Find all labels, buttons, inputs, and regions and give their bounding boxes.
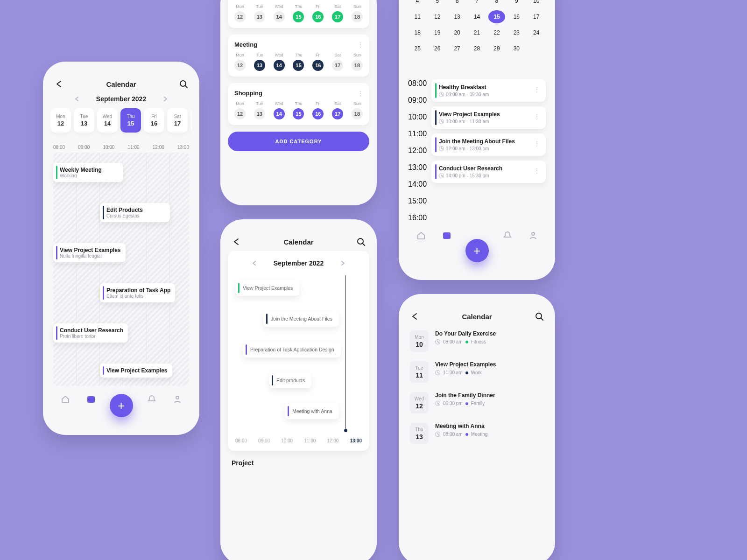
day-card[interactable]: Thu15 (120, 108, 141, 133)
month-cell[interactable]: 6 (449, 0, 465, 7)
category-day[interactable]: Fri16 (312, 4, 324, 22)
category-day[interactable]: Sun18 (352, 101, 363, 119)
timeline-event[interactable]: Conduct User ResearchProin libero tortor (53, 323, 128, 343)
next-month-icon[interactable] (339, 260, 346, 266)
month-cell[interactable]: 13 (449, 10, 465, 23)
category-day[interactable]: Wed14 (274, 101, 285, 119)
month-cell[interactable]: 18 (409, 26, 426, 39)
day-card[interactable]: Sat17 (167, 108, 188, 133)
timeline-event[interactable]: Weekly MeetingWorking (53, 163, 123, 182)
month-cell[interactable]: 24 (528, 26, 545, 39)
day-card[interactable]: Wed14 (97, 108, 118, 133)
month-cell[interactable]: 4 (409, 0, 426, 7)
day-card[interactable]: Mon12 (50, 108, 71, 133)
category-day[interactable]: Wed14 (274, 4, 285, 22)
agenda-item[interactable]: Mon10 Do Your Daily Exercise08:00 amFitn… (410, 330, 544, 352)
category-day[interactable]: Tue13 (254, 53, 265, 71)
task-card[interactable]: ⋮Healthy Breakfast08:00 am - 09:30 am (431, 79, 546, 102)
category-card[interactable]: Shopping⋮Mon12Tue13Wed14Thu15Fri16Sat17S… (228, 83, 369, 125)
month-cell[interactable]: 21 (468, 26, 485, 39)
month-cell[interactable]: 27 (449, 42, 465, 55)
month-cell[interactable]: 29 (488, 42, 505, 55)
category-day[interactable]: Thu15 (293, 53, 304, 71)
category-day[interactable]: Sun18 (352, 4, 363, 22)
timeline-event[interactable]: View Project Examples (100, 364, 172, 378)
category-day[interactable]: Wed14 (274, 53, 285, 71)
category-day[interactable]: Thu15 (293, 4, 304, 22)
day-card[interactable]: Fri16 (144, 108, 164, 133)
category-day[interactable]: Sat17 (332, 53, 343, 71)
category-day[interactable]: Fri16 (312, 101, 324, 119)
category-day[interactable]: Mon12 (234, 4, 246, 22)
gantt-event[interactable]: View Project Examples (235, 280, 299, 296)
nav-calendar[interactable] (442, 231, 451, 242)
search-icon[interactable] (535, 312, 544, 321)
next-month-icon[interactable] (162, 96, 169, 102)
month-cell[interactable]: 25 (409, 42, 426, 55)
nav-home[interactable] (61, 394, 70, 406)
category-day[interactable]: Thu15 (293, 101, 304, 119)
agenda-item[interactable]: Tue11 View Project Examples11:30 amWork (410, 361, 544, 383)
nav-profile[interactable] (173, 394, 182, 406)
add-fab[interactable]: + (110, 394, 133, 417)
more-icon[interactable]: ⋮ (357, 41, 364, 49)
nav-profile[interactable] (529, 231, 538, 242)
month-cell[interactable]: 17 (528, 10, 545, 23)
task-card[interactable]: ⋮View Project Examples10:00 am - 11:30 a… (431, 106, 546, 129)
month-cell[interactable]: 10 (528, 0, 545, 7)
month-cell[interactable]: 7 (468, 0, 485, 7)
month-cell[interactable]: 23 (508, 26, 525, 39)
month-cell[interactable]: 19 (429, 26, 445, 39)
category-card[interactable]: Family⋮Mon12Tue13Wed14Thu15Fri16Sat17Sun… (228, 0, 369, 28)
gantt-event[interactable]: Preparation of Task Application Design (243, 342, 341, 357)
more-icon[interactable]: ⋮ (534, 86, 540, 93)
gantt-event[interactable]: Join the Meeting About Files (263, 311, 339, 327)
timeline-event[interactable]: View Project ExamplesNulla fringilla feu… (53, 243, 126, 262)
gantt-event[interactable]: Edit products (269, 372, 311, 388)
back-icon[interactable] (410, 312, 419, 321)
category-day[interactable]: Tue13 (254, 4, 265, 22)
agenda-item[interactable]: Wed12 Join the Family Dinner06:30 pmFami… (410, 392, 544, 413)
gantt-event[interactable]: Meeting with Anna (285, 403, 339, 419)
nav-notifications[interactable] (147, 394, 156, 406)
more-icon[interactable]: ⋮ (534, 113, 540, 120)
month-cell[interactable]: 12 (429, 10, 445, 23)
category-day[interactable]: Fri16 (312, 53, 324, 71)
add-category-button[interactable]: ADD CATEGORY (228, 132, 369, 151)
nav-home[interactable] (416, 231, 426, 242)
month-cell[interactable]: 5 (429, 0, 445, 7)
more-icon[interactable]: ⋮ (534, 167, 540, 175)
category-day[interactable]: Sat17 (332, 4, 343, 22)
month-cell[interactable]: 15 (488, 10, 505, 23)
search-icon[interactable] (179, 79, 188, 89)
day-card[interactable]: Tue13 (74, 108, 94, 133)
category-card[interactable]: Meeting⋮Mon12Tue13Wed14Thu15Fri16Sat17Su… (228, 35, 369, 77)
search-icon[interactable] (356, 237, 366, 246)
month-cell[interactable]: 20 (449, 26, 465, 39)
back-icon[interactable] (232, 237, 241, 246)
month-cell[interactable]: 16 (508, 10, 525, 23)
more-icon[interactable]: ⋮ (357, 90, 364, 97)
month-cell[interactable]: 8 (488, 0, 505, 7)
nav-calendar[interactable] (86, 394, 96, 406)
category-day[interactable]: Mon12 (234, 101, 246, 119)
agenda-item[interactable]: Thu13 Meeting with Anna08:00 amMeeting (410, 423, 544, 444)
prev-month-icon[interactable] (251, 260, 258, 266)
category-day[interactable]: Sun18 (352, 53, 363, 71)
task-card[interactable]: ⋮Join the Meeting About Files12:00 am - … (431, 133, 546, 156)
more-icon[interactable]: ⋮ (534, 140, 540, 147)
month-cell[interactable]: 30 (508, 42, 525, 55)
month-cell[interactable]: 26 (429, 42, 445, 55)
timeline-event[interactable]: Edit ProductsCursus Egestas (100, 203, 170, 222)
month-cell[interactable]: 22 (488, 26, 505, 39)
category-day[interactable]: Tue13 (254, 101, 265, 119)
month-cell[interactable]: 11 (409, 10, 426, 23)
add-fab[interactable]: + (465, 239, 489, 262)
timeline-event[interactable]: Preparation of Task AppEtiam id ante fel… (100, 283, 175, 302)
month-cell[interactable]: 28 (468, 42, 485, 55)
nav-notifications[interactable] (503, 231, 512, 242)
month-cell[interactable]: 9 (508, 0, 525, 7)
back-icon[interactable] (54, 79, 63, 89)
prev-month-icon[interactable] (74, 96, 80, 102)
task-card[interactable]: ⋮Conduct User Research14:00 pm - 15:30 p… (431, 161, 546, 183)
